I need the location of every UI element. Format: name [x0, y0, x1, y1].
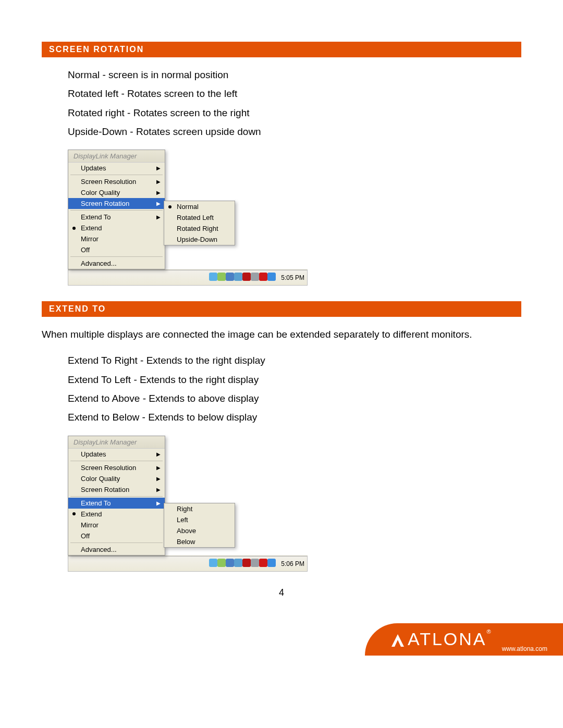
submenu-item-left[interactable]: Left — [164, 514, 235, 525]
submenu-item-label: Below — [177, 538, 195, 546]
tray-icon-5[interactable] — [251, 273, 259, 281]
section-title-extend-to: Extend To — [42, 301, 521, 317]
menu-item-label: Updates — [81, 450, 106, 458]
submenu-item-label: Above — [177, 527, 196, 535]
extend-description: Extend To Right - Extends to the right d… — [68, 352, 521, 426]
tray-icon-4[interactable] — [242, 273, 251, 281]
section-title-screen-rotation: Screen Rotation — [42, 42, 521, 57]
brand-text: Atlona — [408, 629, 487, 649]
submenu-item-label: Rotated Left — [177, 214, 214, 221]
submenu-item-label: Left — [177, 516, 188, 524]
menu-item-off[interactable]: Off — [68, 244, 165, 255]
tray-icon-5[interactable] — [251, 559, 259, 567]
menu-item-screen-rotation[interactable]: Screen Rotation▶ — [68, 484, 165, 495]
tray-clock: 5:05 PM — [281, 274, 304, 281]
submenu-item-normal[interactable]: Normal — [164, 201, 235, 212]
menu-item-screen-resolution[interactable]: Screen Resolution▶ — [68, 462, 165, 473]
menu-item-label: Mirror — [81, 521, 99, 529]
submenu-item-label: Rotated Right — [177, 225, 218, 232]
menu-item-mirror[interactable]: Mirror — [68, 233, 165, 244]
screenshot-rotation-menu: DisplayLink Manager Updates▶Screen Resol… — [68, 150, 308, 286]
tray-icon-1[interactable] — [217, 273, 226, 281]
menu-item-label: Advanced... — [81, 546, 117, 553]
menu-item-label: Color Quality — [81, 189, 120, 196]
taskbar: 5:06 PM — [68, 556, 308, 572]
menu-item-label: Color Quality — [81, 475, 120, 483]
menu-item-screen-resolution[interactable]: Screen Resolution▶ — [68, 176, 165, 187]
menu-item-color-quality[interactable]: Color Quality▶ — [68, 187, 165, 198]
submenu-arrow-icon: ▶ — [156, 451, 161, 457]
menu-item-updates[interactable]: Updates▶ — [68, 163, 165, 174]
menu-item-label: Updates — [81, 164, 106, 172]
menu-item-mirror[interactable]: Mirror — [68, 520, 165, 530]
brand-logo: Atlona® — [390, 630, 493, 648]
menu-separator — [70, 175, 163, 175]
tray-icon-3[interactable] — [234, 559, 242, 567]
tray-icon-7[interactable] — [267, 273, 276, 281]
menu-item-label: Screen Rotation — [81, 486, 129, 493]
menu-item-extend-to[interactable]: Extend To▶ — [68, 212, 165, 223]
tray-icon-3[interactable] — [234, 273, 242, 281]
menu-separator — [70, 210, 163, 211]
menu-item-label: Extend — [81, 224, 102, 232]
extend-line-2: Extend To Left - Extends to the right di… — [68, 372, 521, 388]
menu-item-extend[interactable]: Extend — [68, 223, 165, 233]
menu-item-label: Extend — [81, 510, 102, 518]
bullet-icon — [72, 227, 76, 230]
submenu-arrow-icon: ▶ — [156, 201, 161, 206]
tray-icon-6[interactable] — [259, 273, 267, 281]
screenshot-extend-menu: DisplayLink Manager Updates▶Screen Resol… — [68, 436, 308, 572]
submenu-arrow-icon: ▶ — [156, 487, 161, 492]
submenu-arrow-icon: ▶ — [156, 190, 161, 195]
tray-icon-0[interactable] — [209, 273, 217, 281]
menu-item-color-quality[interactable]: Color Quality▶ — [68, 473, 165, 484]
tray-icon-0[interactable] — [209, 559, 217, 567]
menu-item-extend-to[interactable]: Extend To▶ — [68, 498, 165, 509]
tray-icon-2[interactable] — [226, 273, 234, 281]
rotation-line-2: Rotated left - Rotates screen to the lef… — [68, 85, 521, 102]
tray-icon-7[interactable] — [267, 559, 276, 567]
menu-title: DisplayLink Manager — [68, 150, 165, 163]
submenu-item-below[interactable]: Below — [164, 536, 235, 547]
submenu-arrow-icon: ▶ — [156, 476, 161, 482]
submenu-item-label: Right — [177, 505, 192, 513]
tray-icon-6[interactable] — [259, 559, 267, 567]
rotation-line-3: Rotated right - Rotates screen to the ri… — [68, 105, 521, 121]
submenu-item-right[interactable]: Right — [164, 503, 235, 514]
submenu-item-above[interactable]: Above — [164, 525, 235, 536]
menu-item-extend[interactable]: Extend — [68, 509, 165, 520]
rotation-line-4: Upside-Down - Rotates screen upside down — [68, 124, 521, 140]
submenu-item-upside-down[interactable]: Upside-Down — [164, 234, 235, 245]
extend-line-3: Extend to Above - Extends to above displ… — [68, 390, 521, 407]
brand-mark-icon — [390, 633, 406, 648]
menu-item-updates[interactable]: Updates▶ — [68, 449, 165, 460]
menu-separator — [70, 542, 163, 543]
context-menu-2: DisplayLink Manager Updates▶Screen Resol… — [68, 436, 165, 556]
taskbar: 5:05 PM — [68, 269, 308, 286]
submenu-item-rotated-left[interactable]: Rotated Left — [164, 212, 235, 223]
tray-icon-2[interactable] — [226, 559, 234, 567]
footer-brand-pill: Atlona® www.atlona.com — [365, 623, 563, 656]
menu-item-off[interactable]: Off — [68, 530, 165, 541]
submenu-arrow-icon: ▶ — [156, 500, 161, 506]
menu-item-advanced-[interactable]: Advanced... — [68, 258, 165, 269]
menu-item-label: Screen Rotation — [81, 200, 129, 207]
menu-item-label: Extend To — [81, 213, 111, 221]
rotation-description: Normal - screen is in normal position Ro… — [68, 67, 521, 140]
extend-line-1: Extend To Right - Extends to the right d… — [68, 352, 521, 369]
extend-line-4: Extend to Below - Extends to below displ… — [68, 409, 521, 426]
menu-item-label: Mirror — [81, 235, 99, 243]
submenu-item-label: Normal — [177, 203, 199, 211]
submenu-item-rotated-right[interactable]: Rotated Right — [164, 223, 235, 234]
page-number: 4 — [42, 587, 521, 598]
tray-icon-4[interactable] — [242, 559, 251, 567]
footer: Atlona® www.atlona.com — [0, 614, 563, 656]
brand-url: www.atlona.com — [502, 645, 547, 652]
menu-item-label: Screen Resolution — [81, 464, 136, 472]
menu-item-advanced-[interactable]: Advanced... — [68, 544, 165, 555]
tray-icon-1[interactable] — [217, 559, 226, 567]
submenu-extend: RightLeftAboveBelow — [164, 503, 235, 548]
menu-item-screen-rotation[interactable]: Screen Rotation▶ — [68, 198, 165, 209]
menu-item-label: Screen Resolution — [81, 178, 136, 186]
menu-item-label: Advanced... — [81, 260, 117, 267]
